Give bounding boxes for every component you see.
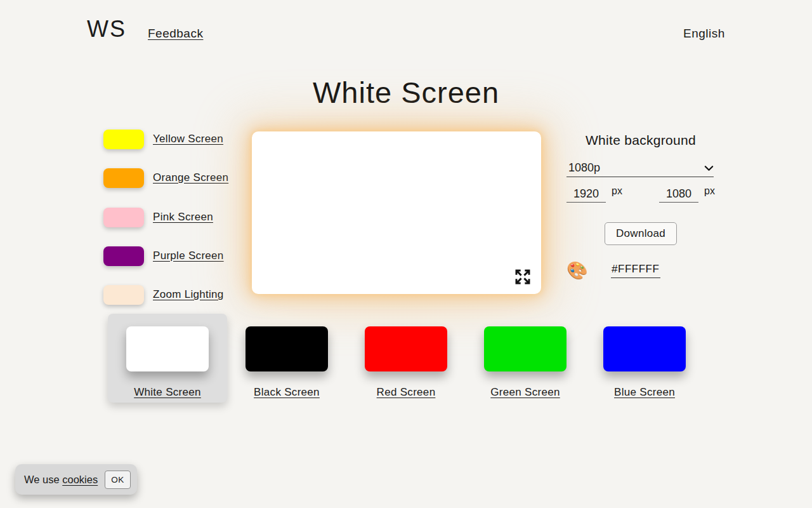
red-screen-link[interactable]: Red Screen — [377, 386, 436, 399]
sidebar-item-orange-screen[interactable]: Orange Screen — [103, 168, 228, 188]
resolution-select[interactable]: 1080p — [566, 159, 714, 177]
yellow-screen-link[interactable]: Yellow Screen — [153, 133, 223, 145]
site-logo[interactable]: WS — [87, 16, 126, 43]
cookie-banner: We use cookies OK — [15, 464, 137, 495]
orange-screen-link[interactable]: Orange Screen — [153, 171, 228, 184]
language-selector[interactable]: English — [683, 27, 725, 41]
screen-card-green[interactable]: Green Screen — [466, 314, 585, 403]
screen-card-black[interactable]: Black Screen — [227, 314, 346, 403]
cookie-text: We use — [24, 474, 62, 486]
sidebar-item-pink-screen[interactable]: Pink Screen — [103, 207, 213, 227]
red-screen-thumb[interactable] — [365, 326, 447, 371]
feedback-link[interactable]: Feedback — [148, 27, 203, 41]
screen-card-blue[interactable]: Blue Screen — [585, 314, 704, 403]
blue-screen-link[interactable]: Blue Screen — [614, 386, 675, 399]
blue-screen-thumb[interactable] — [603, 326, 686, 371]
green-screen-thumb[interactable] — [484, 326, 566, 371]
width-input[interactable] — [566, 187, 606, 203]
purple-screen-link[interactable]: Purple Screen — [153, 250, 224, 262]
cookie-ok-button[interactable]: OK — [105, 471, 131, 489]
hex-color-input[interactable] — [611, 263, 660, 278]
chevron-down-icon — [704, 165, 714, 171]
fullscreen-expand-icon[interactable] — [513, 267, 533, 287]
page-title: White Screen — [0, 75, 812, 110]
zoom-lighting-swatch[interactable] — [103, 285, 144, 305]
zoom-lighting-link[interactable]: Zoom Lighting — [153, 288, 224, 301]
dimensions-row: px px — [566, 187, 715, 203]
screen-thumbnails-row: White Screen Black Screen Red Screen Gre… — [108, 314, 704, 403]
screen-preview[interactable] — [252, 131, 541, 294]
width-unit-label: px — [612, 185, 622, 197]
screen-card-red[interactable]: Red Screen — [346, 314, 466, 403]
pink-screen-link[interactable]: Pink Screen — [153, 211, 213, 224]
height-group: px — [659, 187, 715, 203]
green-screen-link[interactable]: Green Screen — [490, 386, 560, 399]
yellow-swatch[interactable] — [103, 130, 144, 149]
background-heading: White background — [566, 133, 715, 148]
white-screen-thumb[interactable] — [126, 326, 209, 371]
height-input[interactable] — [659, 187, 698, 203]
sidebar-item-zoom-lighting[interactable]: Zoom Lighting — [103, 284, 224, 305]
color-picker-row: 🎨 — [566, 260, 660, 281]
settings-panel: White background 1080p px px Download 🎨 — [566, 131, 715, 290]
sidebar-item-yellow-screen[interactable]: Yellow Screen — [103, 129, 223, 149]
sidebar-item-purple-screen[interactable]: Purple Screen — [103, 246, 224, 266]
black-screen-thumb[interactable] — [246, 326, 328, 371]
download-button[interactable]: Download — [605, 222, 677, 245]
purple-swatch[interactable] — [103, 246, 144, 266]
resolution-selected-value: 1080p — [566, 161, 600, 175]
pink-swatch[interactable] — [103, 208, 144, 227]
width-group: px — [566, 187, 622, 203]
screen-card-white[interactable]: White Screen — [108, 314, 227, 403]
palette-icon[interactable]: 🎨 — [566, 260, 588, 281]
height-unit-label: px — [704, 185, 715, 197]
black-screen-link[interactable]: Black Screen — [254, 386, 320, 399]
orange-swatch[interactable] — [103, 168, 144, 188]
cookies-link[interactable]: cookies — [62, 474, 98, 486]
white-screen-link[interactable]: White Screen — [134, 386, 201, 399]
